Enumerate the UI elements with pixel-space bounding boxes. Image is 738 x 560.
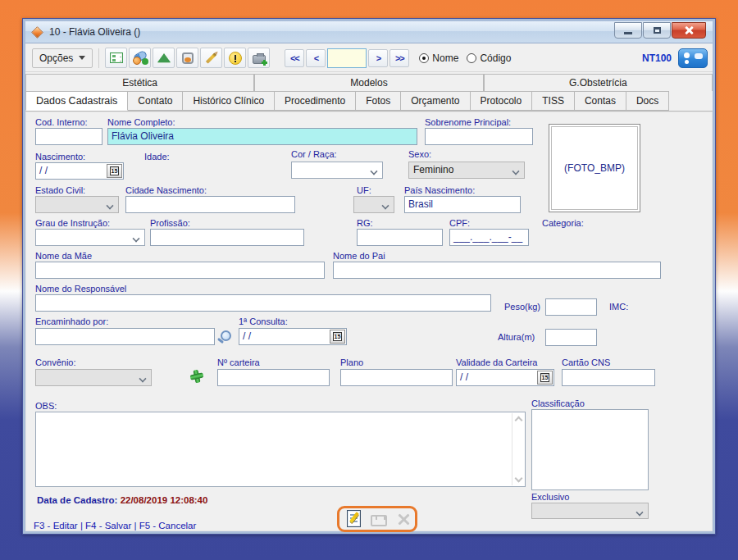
tab-dados-cadastrais[interactable]: Dados Cadastrais: [25, 91, 128, 111]
nome-mae-field[interactable]: [35, 262, 325, 279]
nome-responsavel-label: Nome do Responsável: [35, 284, 126, 294]
cartao-cns-label: Cartão CNS: [562, 357, 610, 367]
exclusivo-select[interactable]: [531, 503, 649, 519]
materials-button[interactable]: [176, 48, 198, 68]
uf-select[interactable]: [353, 196, 394, 213]
exclusivo-label: Exclusivo: [531, 492, 569, 502]
sexo-select[interactable]: Feminino: [408, 162, 525, 179]
nav-first-button[interactable]: <<: [285, 49, 304, 67]
minimize-button[interactable]: [614, 22, 642, 39]
estado-civil-label: Estado Civil:: [35, 185, 85, 195]
tab-contas[interactable]: Contas: [575, 91, 626, 111]
nome-responsavel-field[interactable]: [35, 294, 491, 312]
data-cadastro-label: Data de Cadastro:: [37, 495, 117, 505]
altura-field[interactable]: [545, 329, 597, 346]
patient-record-button[interactable]: [105, 48, 127, 68]
tab-contato[interactable]: Contato: [128, 91, 183, 111]
tab-filler: [669, 91, 713, 111]
maximize-button[interactable]: [643, 22, 671, 39]
maximize-icon: [654, 27, 661, 34]
cor-raca-select[interactable]: [291, 162, 383, 179]
alerts-button[interactable]: [224, 48, 246, 68]
tab-fotos[interactable]: Fotos: [356, 91, 401, 111]
tab-modelos[interactable]: Modelos: [254, 74, 483, 91]
green-triangle-icon: [157, 53, 171, 62]
validade-carteira-value: / /: [460, 371, 468, 383]
calendar-picker-button[interactable]: 15: [107, 164, 122, 178]
jar-icon: [182, 52, 194, 64]
tab-estetica[interactable]: Estética: [25, 74, 254, 91]
pais-nascimento-label: País Nascimento:: [404, 185, 475, 195]
tab-historico-clinico[interactable]: Histórico Clínico: [183, 91, 275, 111]
classificacao-listbox[interactable]: [531, 409, 649, 490]
scroll-up-icon[interactable]: [515, 417, 523, 425]
dados-cadastrais-panel: Cod. Interno: Nome Completo: Flávia Oliv…: [25, 112, 713, 531]
record-number-input[interactable]: [327, 48, 367, 68]
tab-tiss[interactable]: TISS: [532, 91, 575, 111]
edit-record-icon[interactable]: [347, 510, 361, 527]
record-action-buttons: [347, 510, 410, 527]
cor-raca-label: Cor / Raça:: [291, 149, 337, 159]
validade-carteira-field[interactable]: / / 15: [456, 369, 554, 386]
edit-button[interactable]: [200, 48, 222, 68]
calendar-picker-button[interactable]: 15: [537, 371, 553, 385]
title-bar[interactable]: 10 - Flávia Oliveira (): [25, 21, 713, 43]
cartao-cns-field[interactable]: [562, 369, 655, 386]
primeira-consulta-value: / /: [243, 330, 251, 342]
plano-field[interactable]: [340, 369, 453, 386]
radio-codigo[interactable]: Código: [467, 52, 511, 64]
options-button[interactable]: Opções: [32, 48, 93, 68]
data-cadastro: Data de Cadastro: 22/08/2019 12:08:40: [37, 495, 207, 505]
toolbar-separator: [98, 48, 99, 68]
profissao-field[interactable]: [150, 229, 304, 246]
close-button[interactable]: [672, 22, 706, 39]
calendar-icon: 15: [540, 373, 549, 382]
calendar-picker-button[interactable]: 15: [330, 330, 345, 344]
tab-gobstetricia[interactable]: G.Obstetrícia: [484, 74, 713, 91]
nav-next-button[interactable]: >: [368, 49, 388, 67]
radio-nome-label: Nome: [432, 52, 458, 64]
num-carteira-field[interactable]: [217, 369, 330, 386]
encaminhado-por-field[interactable]: [35, 328, 215, 345]
estado-civil-select[interactable]: [35, 196, 119, 213]
calendar-icon: 15: [333, 332, 342, 341]
convenio-label: Convênio:: [35, 357, 76, 367]
nav-prev-button[interactable]: <: [306, 49, 326, 67]
convenio-select[interactable]: [35, 369, 152, 386]
cpf-field[interactable]: ___.___.___-__: [449, 229, 529, 246]
nome-pai-field[interactable]: [333, 262, 661, 279]
radio-nome[interactable]: Nome: [419, 52, 458, 64]
nome-pai-label: Nome do Pai: [333, 251, 385, 261]
categoria-label: Categoria:: [542, 218, 584, 228]
tab-docs[interactable]: Docs: [626, 91, 669, 111]
patient-photo-box[interactable]: (FOTO_BMP): [549, 124, 640, 212]
scroll-down-icon[interactable]: [515, 475, 523, 483]
tab-orcamento[interactable]: Orçamento: [401, 91, 470, 111]
record-form-icon: [110, 52, 123, 63]
photo-capture-button[interactable]: [248, 48, 270, 68]
tab-protocolo[interactable]: Protocolo: [471, 91, 533, 111]
rg-field[interactable]: [357, 229, 443, 246]
pais-nascimento-field[interactable]: Brasil: [404, 196, 521, 213]
primeira-consulta-field[interactable]: / / 15: [239, 328, 347, 345]
cod-interno-field[interactable]: [35, 128, 102, 145]
obs-textarea[interactable]: [35, 412, 526, 487]
evolution-button[interactable]: [153, 48, 175, 68]
search-icon[interactable]: [221, 330, 231, 341]
sobrenome-field[interactable]: [425, 128, 533, 145]
grau-instrucao-select[interactable]: [35, 229, 145, 246]
cidade-nascimento-field[interactable]: [125, 196, 295, 213]
peso-field[interactable]: [545, 298, 597, 316]
tab-group-top: Estética Modelos G.Obstetrícia: [25, 74, 713, 91]
grau-instrucao-label: Grau de Instrução:: [35, 218, 110, 228]
scrollbar[interactable]: [512, 413, 524, 485]
nav-last-button[interactable]: >>: [390, 49, 409, 67]
medications-button[interactable]: [129, 48, 151, 68]
nome-completo-field[interactable]: Flávia Oliveira: [107, 128, 417, 145]
contact-chat-button[interactable]: [678, 48, 708, 68]
sexo-label: Sexo:: [408, 149, 431, 159]
add-plus-icon[interactable]: [189, 369, 205, 385]
tab-procedimento[interactable]: Procedimento: [275, 91, 356, 111]
warning-icon: [229, 52, 242, 65]
nascimento-field[interactable]: / / 15: [35, 162, 124, 180]
